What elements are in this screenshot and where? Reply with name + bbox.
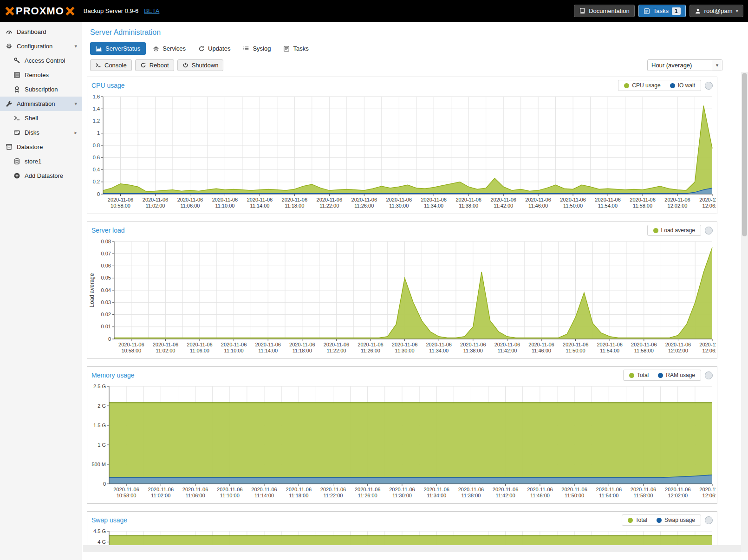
shutdown-button[interactable]: Shutdown xyxy=(177,59,224,71)
svg-text:1.2: 1.2 xyxy=(93,118,100,124)
proxmox-logo: PROXMO xyxy=(5,5,75,17)
sidebar-item-store1[interactable]: store1 xyxy=(0,154,82,169)
sidebar-item-administration[interactable]: Administration ▾ xyxy=(0,97,82,111)
sidebar-item-shell[interactable]: Shell xyxy=(0,111,82,125)
user-label: root@pam xyxy=(704,7,733,14)
book-icon xyxy=(579,8,585,14)
svg-text:10:58:00: 10:58:00 xyxy=(121,348,141,353)
svg-text:2020-11-06: 2020-11-06 xyxy=(597,342,622,347)
svg-text:2020-11-06: 2020-11-06 xyxy=(458,487,484,492)
tab-services[interactable]: Services xyxy=(147,42,191,55)
sidebar-item-label: Subscription xyxy=(25,86,58,93)
svg-text:2020-11-06: 2020-11-06 xyxy=(389,487,415,492)
legend-item[interactable]: Total xyxy=(628,517,647,523)
console-button[interactable]: Console xyxy=(90,59,132,71)
sidebar-item-add-datastore[interactable]: Add Datastore xyxy=(0,169,82,183)
sidebar-item-access-control[interactable]: Access Control xyxy=(0,53,82,68)
svg-text:2020-11-06: 2020-11-06 xyxy=(143,197,168,202)
sidebar-item-label: Shell xyxy=(25,115,38,122)
reboot-button[interactable]: Reboot xyxy=(135,59,174,71)
panel-title: Server load xyxy=(91,227,125,234)
svg-text:2020-11-06: 2020-11-06 xyxy=(631,487,656,492)
svg-text:2020-11-06: 2020-11-06 xyxy=(148,487,174,492)
svg-text:2020-11-06: 2020-11-06 xyxy=(355,487,380,492)
legend-item[interactable]: CPU usage xyxy=(624,82,660,89)
panel-tool-icon[interactable] xyxy=(705,371,713,379)
documentation-button[interactable]: Documentation xyxy=(574,5,634,17)
legend-label: Total xyxy=(636,517,647,523)
scrollbar-thumb[interactable] xyxy=(742,73,747,236)
legend-item[interactable]: Total xyxy=(629,372,649,378)
svg-text:2020-11-06: 2020-11-06 xyxy=(665,342,691,347)
sidebar-item-remotes[interactable]: Remotes xyxy=(0,68,82,82)
tab-serverstatus[interactable]: ServerStatus xyxy=(90,42,146,55)
panel-tool-icon[interactable] xyxy=(705,516,713,524)
tab-bar: ServerStatus Services Updates Syslog Tas… xyxy=(83,38,748,55)
reboot-label: Reboot xyxy=(150,62,169,69)
svg-text:10:58:00: 10:58:00 xyxy=(111,203,130,208)
svg-text:2020-11-06: 2020-11-06 xyxy=(561,487,587,492)
panel-tool-icon[interactable] xyxy=(705,227,713,234)
sidebar-item-datastore[interactable]: Datastore xyxy=(0,140,82,154)
svg-text:11:30:00: 11:30:00 xyxy=(392,493,412,498)
sidebar-item-subscription[interactable]: Subscription xyxy=(0,82,82,97)
svg-text:2020-11-06: 2020-11-06 xyxy=(631,342,657,347)
tab-updates[interactable]: Updates xyxy=(193,42,236,55)
legend-item[interactable]: Swap usage xyxy=(657,517,695,523)
svg-text:11:26:00: 11:26:00 xyxy=(354,203,374,208)
horizontal-scrollbar[interactable] xyxy=(83,545,741,552)
chevron-down-icon: ▾ xyxy=(74,101,77,107)
svg-text:0.4: 0.4 xyxy=(93,167,100,172)
svg-text:2020-11-06: 2020-11-06 xyxy=(665,487,690,492)
user-menu-button[interactable]: root@pam ▾ xyxy=(689,5,743,17)
svg-text:0.04: 0.04 xyxy=(101,287,111,293)
sidebar-item-label: Add Datastore xyxy=(25,172,63,179)
svg-text:11:46:00: 11:46:00 xyxy=(530,493,550,498)
svg-text:12:02:00: 12:02:00 xyxy=(668,203,688,208)
sidebar-item-label: Access Control xyxy=(25,57,65,64)
tab-label: Services xyxy=(163,45,186,52)
panel-server-load: Server load Load average 00.010.020.030.… xyxy=(87,221,717,359)
panel-tool-icon[interactable] xyxy=(705,82,713,90)
legend-item[interactable]: RAM usage xyxy=(658,372,695,378)
svg-text:2020-11-06: 2020-11-06 xyxy=(560,197,585,202)
svg-text:11:06:00: 11:06:00 xyxy=(180,203,200,208)
legend-item[interactable]: Load average xyxy=(653,227,695,234)
vertical-scrollbar[interactable] xyxy=(741,72,748,552)
timeframe-select[interactable]: Hour (average) ▾ xyxy=(647,59,722,71)
sidebar-item-dashboard[interactable]: Dashboard xyxy=(0,25,82,39)
sidebar-item-label: Disks xyxy=(25,129,39,136)
svg-text:2020-11-06: 2020-11-06 xyxy=(423,487,449,492)
sidebar-item-configuration[interactable]: Configuration ▾ xyxy=(0,39,82,53)
beta-link[interactable]: BETA xyxy=(144,7,159,14)
svg-text:11:42:00: 11:42:00 xyxy=(494,203,513,208)
svg-text:11:26:00: 11:26:00 xyxy=(361,348,380,353)
task-list-icon xyxy=(644,8,650,14)
list-icon xyxy=(243,46,249,52)
svg-text:1: 1 xyxy=(97,130,100,136)
tab-label: Tasks xyxy=(293,45,308,52)
svg-text:11:22:00: 11:22:00 xyxy=(323,493,343,498)
legend-label: Load average xyxy=(661,227,695,234)
gears-icon xyxy=(6,43,13,50)
svg-text:1.4: 1.4 xyxy=(93,106,100,111)
svg-text:2020-11-06: 2020-11-06 xyxy=(351,197,377,202)
legend-label: Total xyxy=(637,372,649,378)
tab-syslog[interactable]: Syslog xyxy=(237,42,276,55)
tab-tasks[interactable]: Tasks xyxy=(278,42,314,55)
svg-text:11:14:00: 11:14:00 xyxy=(254,493,274,498)
svg-text:1.5 G: 1.5 G xyxy=(93,423,106,428)
svg-text:11:26:00: 11:26:00 xyxy=(358,493,377,498)
sidebar-item-disks[interactable]: Disks ▸ xyxy=(0,125,82,140)
svg-text:2020-11-06: 2020-11-06 xyxy=(317,197,342,202)
tasks-button[interactable]: Tasks 1 xyxy=(638,5,686,17)
svg-text:11:34:00: 11:34:00 xyxy=(427,493,446,498)
sidebar-item-label: Remotes xyxy=(25,72,49,78)
tab-label: Updates xyxy=(208,45,230,52)
user-icon xyxy=(695,8,701,14)
legend-dot xyxy=(624,83,629,88)
svg-text:11:58:00: 11:58:00 xyxy=(633,203,652,208)
legend-item[interactable]: IO wait xyxy=(670,82,695,89)
legend: Total Swap usage xyxy=(622,514,701,526)
svg-text:12:02:00: 12:02:00 xyxy=(668,493,688,498)
